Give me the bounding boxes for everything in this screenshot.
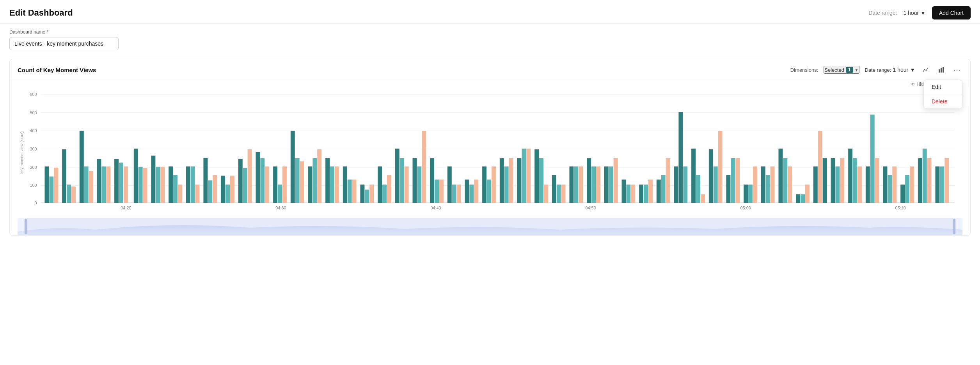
svg-rect-110 <box>539 158 543 203</box>
line-chart-icon-button[interactable] <box>921 66 931 74</box>
chart-date-range-chevron-icon: ▼ <box>910 67 915 73</box>
scrubber-svg <box>18 218 962 235</box>
svg-rect-115 <box>569 167 573 203</box>
svg-rect-126 <box>631 184 635 203</box>
chart-body: 600 500 400 300 200 100 0 key moment vie… <box>10 87 970 235</box>
svg-rect-61 <box>256 152 260 203</box>
svg-rect-42 <box>143 168 147 203</box>
svg-rect-48 <box>178 184 182 203</box>
svg-rect-123 <box>614 158 618 203</box>
svg-rect-100 <box>482 167 486 203</box>
svg-rect-152 <box>783 158 787 203</box>
delete-menu-item[interactable]: Delete <box>924 94 962 108</box>
svg-rect-160 <box>831 158 835 203</box>
svg-rect-153 <box>788 167 792 203</box>
svg-rect-131 <box>661 175 666 203</box>
svg-rect-94 <box>447 167 452 203</box>
line-chart-icon <box>922 66 929 73</box>
svg-rect-63 <box>265 167 269 203</box>
svg-rect-77 <box>348 179 352 203</box>
svg-text:05:00: 05:00 <box>740 206 751 210</box>
svg-rect-79 <box>360 184 364 203</box>
svg-rect-122 <box>609 167 613 203</box>
header-date-range-button[interactable]: 1 hour ▼ <box>903 10 926 16</box>
svg-rect-169 <box>883 167 888 203</box>
svg-rect-25 <box>44 167 49 203</box>
svg-rect-49 <box>186 167 190 203</box>
svg-rect-158 <box>818 131 822 203</box>
svg-rect-148 <box>761 167 765 203</box>
svg-rect-133 <box>674 167 678 203</box>
svg-rect-54 <box>213 175 217 203</box>
bar-chart-icon-button[interactable] <box>936 66 946 74</box>
dimensions-selected-button[interactable]: Selected 1 ▼ <box>824 66 859 74</box>
svg-text:key moment view (SUM): key moment view (SUM) <box>20 131 24 174</box>
svg-rect-38 <box>119 163 123 203</box>
svg-text:600: 600 <box>30 92 37 97</box>
svg-rect-41 <box>138 167 143 203</box>
svg-rect-55 <box>221 176 225 203</box>
svg-rect-120 <box>596 167 600 203</box>
svg-rect-113 <box>557 184 561 203</box>
svg-rect-62 <box>260 158 265 203</box>
svg-rect-84 <box>387 175 391 203</box>
svg-rect-181 <box>25 218 955 235</box>
chart-scrubber[interactable] <box>18 218 962 235</box>
svg-rect-33 <box>89 171 93 203</box>
svg-rect-36 <box>106 167 110 203</box>
svg-rect-136 <box>691 149 696 203</box>
svg-rect-167 <box>870 115 875 203</box>
more-options-button[interactable]: ⋯ <box>952 65 962 75</box>
svg-rect-2 <box>943 67 944 73</box>
svg-rect-119 <box>591 167 596 203</box>
chart-title: Count of Key Moment Views <box>18 67 96 73</box>
svg-rect-163 <box>848 149 852 203</box>
svg-rect-124 <box>621 179 626 203</box>
svg-rect-29 <box>67 184 71 203</box>
svg-rect-53 <box>208 180 212 203</box>
svg-rect-68 <box>295 158 300 203</box>
svg-rect-83 <box>382 184 387 203</box>
svg-rect-137 <box>696 175 700 203</box>
svg-rect-104 <box>504 167 509 203</box>
svg-rect-118 <box>587 158 591 203</box>
chart-date-range-button[interactable]: 1 hour ▼ <box>893 67 915 73</box>
chart-svg: 600 500 400 300 200 100 0 key moment vie… <box>18 90 962 215</box>
svg-rect-27 <box>54 168 58 203</box>
chart-date-range-section: Date range: 1 hour ▼ <box>865 67 916 73</box>
add-chart-button[interactable]: Add Chart <box>932 6 971 19</box>
dashboard-name-input[interactable] <box>9 37 119 50</box>
svg-rect-132 <box>666 158 670 203</box>
svg-rect-52 <box>203 158 208 203</box>
chart-panel: Count of Key Moment Views Dimensions: Se… <box>9 59 971 236</box>
svg-rect-176 <box>923 149 927 203</box>
svg-rect-26 <box>49 177 53 203</box>
edit-menu-item[interactable]: Edit <box>924 80 962 94</box>
svg-rect-59 <box>243 168 247 203</box>
svg-text:04:20: 04:20 <box>121 206 131 210</box>
svg-text:04:50: 04:50 <box>585 206 596 210</box>
svg-rect-64 <box>273 167 277 203</box>
svg-rect-143 <box>731 158 735 203</box>
svg-rect-135 <box>683 167 687 203</box>
svg-rect-102 <box>492 167 496 203</box>
svg-rect-44 <box>156 167 160 203</box>
chart-header: Count of Key Moment Views Dimensions: Se… <box>10 59 970 79</box>
svg-rect-28 <box>62 149 66 203</box>
svg-rect-98 <box>469 184 474 203</box>
dimensions-label: Dimensions: <box>790 67 818 73</box>
header-date-range-value: 1 hour <box>903 10 919 16</box>
svg-rect-37 <box>114 159 119 203</box>
svg-rect-78 <box>352 179 357 203</box>
svg-rect-51 <box>195 184 200 203</box>
svg-rect-57 <box>230 176 234 203</box>
svg-rect-72 <box>317 149 321 203</box>
svg-rect-127 <box>639 184 643 203</box>
svg-rect-142 <box>726 175 731 203</box>
svg-rect-76 <box>343 167 347 203</box>
svg-rect-177 <box>927 158 932 203</box>
svg-rect-75 <box>335 167 339 203</box>
svg-rect-182 <box>25 219 27 234</box>
svg-rect-141 <box>718 131 723 203</box>
svg-rect-50 <box>191 167 195 203</box>
